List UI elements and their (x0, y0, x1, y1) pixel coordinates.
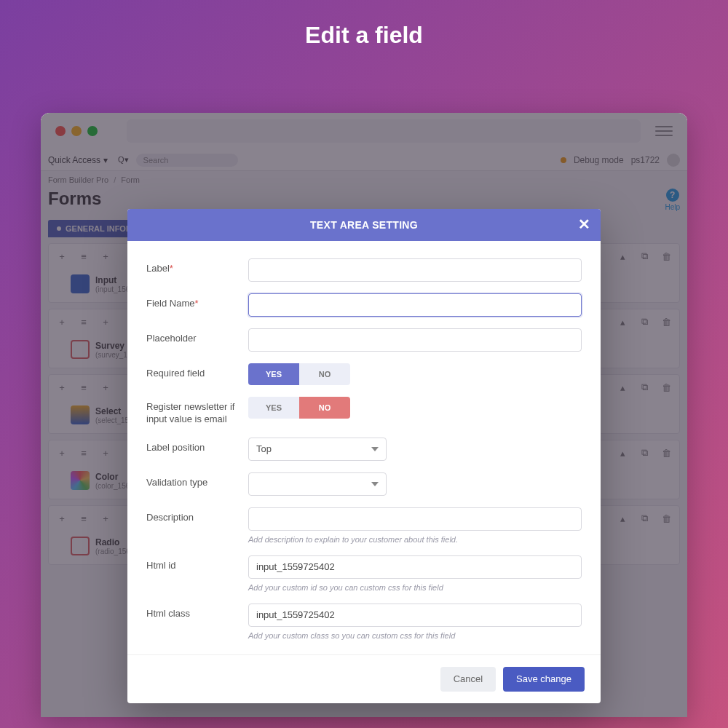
html-id-label: Html id (146, 555, 248, 571)
html-id-hint: Add your custom id so you can custom css… (248, 583, 582, 592)
label-label: Label (146, 263, 170, 274)
newsletter-toggle[interactable]: YES NO (248, 397, 350, 419)
newsletter-no[interactable]: NO (299, 397, 350, 419)
modal-header: TEXT AREA SETTING ✕ (127, 209, 601, 241)
save-button[interactable]: Save change (503, 667, 585, 692)
required-yes[interactable]: YES (248, 363, 299, 385)
validation-select[interactable] (248, 472, 387, 496)
validation-label: Validation type (146, 472, 248, 488)
chevron-down-icon (371, 447, 379, 451)
label-position-label: Label position (146, 438, 248, 453)
html-class-hint: Add your custom class so you can custom … (248, 631, 582, 640)
html-class-label: Html class (146, 604, 248, 619)
label-input[interactable] (248, 258, 582, 282)
field-name-label: Field Name (146, 298, 194, 309)
chevron-down-icon (371, 482, 379, 486)
placeholder-label: Placeholder (146, 328, 248, 344)
field-name-input[interactable] (248, 293, 582, 317)
modal-title: TEXT AREA SETTING (310, 219, 418, 231)
required-toggle[interactable]: YES NO (248, 363, 350, 385)
newsletter-label: Register newsletter if input value is em… (146, 397, 248, 426)
newsletter-yes[interactable]: YES (248, 397, 299, 419)
description-hint: Add description to explain to your custo… (248, 535, 582, 544)
cancel-button[interactable]: Cancel (440, 667, 496, 692)
close-icon[interactable]: ✕ (578, 217, 590, 232)
html-class-input[interactable] (248, 604, 582, 627)
description-input[interactable] (248, 507, 582, 531)
text-area-setting-modal: TEXT AREA SETTING ✕ Label* Field Name* P… (127, 209, 601, 703)
page-title: Edit a field (0, 0, 728, 67)
description-label: Description (146, 507, 248, 523)
html-id-input[interactable] (248, 555, 582, 579)
required-label: Required field (146, 363, 248, 379)
label-position-select[interactable]: Top (248, 438, 387, 461)
required-no[interactable]: NO (299, 363, 350, 385)
placeholder-input[interactable] (248, 328, 582, 352)
